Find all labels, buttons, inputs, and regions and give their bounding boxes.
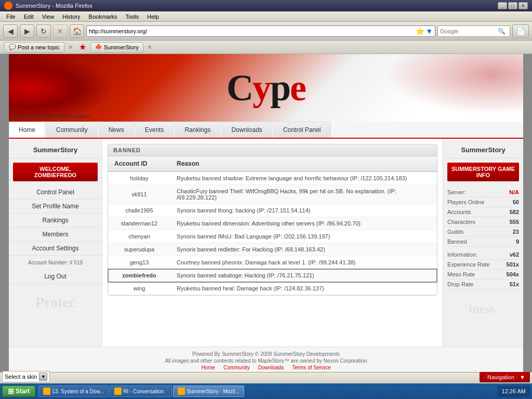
skin-dropdown[interactable]: ▼ [39, 373, 47, 381]
bookmark-site-label: SummerStory [104, 44, 139, 50]
taskbar-item[interactable]: 13. System of a Dow... [38, 385, 109, 397]
nav-community[interactable]: Community [46, 122, 98, 138]
content-area: BANNED Account ID Reason holidayRyuketsu… [102, 139, 443, 347]
nav-bar: Home Community News Events Rankings Down… [9, 122, 523, 139]
sidebar-rankings[interactable]: Rankings [9, 214, 102, 228]
rs-rate-label: Meso Rate [447, 271, 475, 277]
menu-help[interactable]: Help [143, 12, 163, 21]
nav-events[interactable]: Events [135, 122, 174, 138]
home-button[interactable]: 🏠 [70, 24, 84, 38]
chevron-down-icon: ▼ [41, 374, 46, 379]
back-button[interactable]: ◀ [3, 24, 18, 38]
rs-rate-label: Drop Rate [447, 281, 473, 287]
banned-table: Account ID Reason holidayRyuketsu banned… [108, 156, 437, 295]
menu-edit[interactable]: Edit [20, 12, 38, 21]
sidebar-set-profile[interactable]: Set Profile Name [9, 200, 102, 214]
window-controls[interactable]: _ □ ✕ [498, 2, 528, 9]
taskbar-item[interactable]: SummerStory - Mozil... [173, 385, 244, 397]
table-row: chenyanSynorix banned IMsU: Bad Language… [108, 230, 437, 243]
sidebar-title: SummerStory [9, 144, 102, 158]
rs-stat-value: 9 [516, 238, 519, 245]
nav-chevron-icon: ▼ [520, 374, 525, 380]
rs-stat-label: Banned [447, 238, 467, 245]
nav-select-wrap: · Navigation · ▼ [480, 372, 530, 382]
account-id-cell: holiday [108, 171, 170, 185]
taskbar-item-icon [43, 388, 50, 395]
menu-bookmarks[interactable]: Bookmarks [85, 12, 122, 21]
reason-cell: Courtney banned pheonix: Damaga hack at … [170, 256, 437, 269]
table-row: vk911ChaoticFury banned Theif: WtfOmgBBQ… [108, 185, 437, 204]
rs-info-label: Information: [447, 251, 477, 258]
menu-view[interactable]: View [38, 12, 59, 21]
sidebar-logout[interactable]: Log Out [9, 270, 102, 284]
rs-stat-value: 582 [510, 209, 519, 215]
welcome-text: WELCOME, ZOMBIEFREDO [34, 166, 76, 178]
footer-links: HomeCommunityDownloadsTerms of Service [13, 365, 519, 370]
nav-home[interactable]: Home [9, 122, 45, 138]
nav-news[interactable]: News [99, 122, 134, 138]
bookmark-close-1[interactable]: ✕ [66, 43, 75, 51]
footer-link[interactable]: Community [223, 365, 250, 370]
account-id-cell: chenyan [108, 230, 170, 243]
bookmark-close-2[interactable]: ✕ [145, 43, 154, 51]
rs-info-value: v62 [510, 251, 519, 258]
menu-history[interactable]: History [58, 12, 84, 21]
table-row: holidayRyuketsu banned shadow: Extreme l… [108, 171, 437, 185]
firefox-icon [4, 2, 12, 10]
taskbar-item-label: RI - Conversation [123, 389, 164, 394]
bookmark-star: ★ [79, 42, 86, 52]
reason-cell: Synorix banned redletter: For Hacking (I… [170, 243, 437, 256]
rs-stat-row: Guilds23 [447, 227, 519, 237]
bookmark-new-topic[interactable]: 💬 Post a new topic [4, 42, 64, 52]
title-bar: SummerStory - Mozilla Firefox _ □ ✕ [0, 0, 532, 11]
page-button[interactable]: 📄 [512, 24, 529, 38]
stop-button[interactable]: ✕ [53, 24, 68, 38]
nav-downloads[interactable]: Downloads [221, 122, 272, 138]
reload-button[interactable]: ↻ [36, 24, 51, 38]
nav-control-panel[interactable]: Control Panel [273, 122, 331, 138]
taskbar-item[interactable]: RI - Conversation [110, 385, 172, 397]
sidebar-members[interactable]: Members [9, 228, 102, 242]
address-input[interactable] [89, 28, 416, 34]
restore-button[interactable]: □ [508, 2, 517, 9]
leaf-left-decoration [9, 54, 113, 122]
right-sidebar: SummerStory SUMMERSTORY GAME INFO Server… [443, 139, 523, 347]
nav-select-label: · Navigation · [484, 374, 517, 380]
main-layout: SummerStory WELCOME, ZOMBIEFREDO Control… [9, 139, 523, 347]
table-row: challe1995Synorix banned thong: hacking … [108, 204, 437, 217]
menu-tools[interactable]: Tools [122, 12, 143, 21]
sidebar-control-panel[interactable]: Control Panel [9, 185, 102, 200]
forward-button[interactable]: ▶ [20, 24, 34, 38]
nav-select-button[interactable]: · Navigation · ▼ [480, 372, 530, 382]
taskbar-item-label: SummerStory - Mozil... [187, 389, 240, 394]
rs-stat-label: Characters [447, 219, 475, 225]
minimize-button[interactable]: _ [498, 2, 507, 9]
resolution-text: a FireFox at 532x399 resolution [14, 113, 90, 119]
footer-link[interactable]: Home [201, 365, 215, 370]
col-account-id: Account ID [108, 156, 170, 171]
table-row: geng13Courtney banned pheonix: Damaga ha… [108, 256, 437, 269]
start-button[interactable]: ⊞ Start [2, 385, 35, 397]
account-id-cell: standerman12 [108, 217, 170, 230]
rs-stat-value: 555 [510, 219, 519, 225]
footer-link[interactable]: Downloads [258, 365, 284, 370]
rss-button[interactable]: ▼ [425, 27, 433, 35]
search-bar-container: 🔍 [437, 25, 510, 37]
taskbar-item-icon [114, 388, 122, 395]
page-wrapper: Cype a FireFox at 532x399 resolution Ho… [0, 54, 532, 372]
nav-rankings[interactable]: Rankings [175, 122, 220, 138]
menu-file[interactable]: File [2, 12, 20, 21]
sidebar-account-settings[interactable]: Account Settings [9, 242, 102, 256]
site-icon: 🍁 [95, 44, 102, 50]
sidebar-decoration: Protec [9, 284, 102, 321]
close-button[interactable]: ✕ [518, 2, 528, 9]
search-go-button[interactable]: 🔍 [495, 26, 508, 36]
sidebar-welcome: WELCOME, ZOMBIEFREDO [13, 163, 98, 181]
footer-link[interactable]: Terms of Service [292, 365, 330, 370]
footer-copyright: All images and other contents related to… [13, 358, 519, 364]
go-button[interactable]: ⭐ [416, 27, 424, 35]
bookmark-site[interactable]: 🍁 SummerStory [90, 42, 143, 52]
search-input[interactable] [438, 28, 495, 34]
table-row: zombiefredoSynorix banned sabatoge: Hack… [108, 269, 437, 282]
page-inner: Cype a FireFox at 532x399 resolution Ho… [9, 54, 523, 372]
